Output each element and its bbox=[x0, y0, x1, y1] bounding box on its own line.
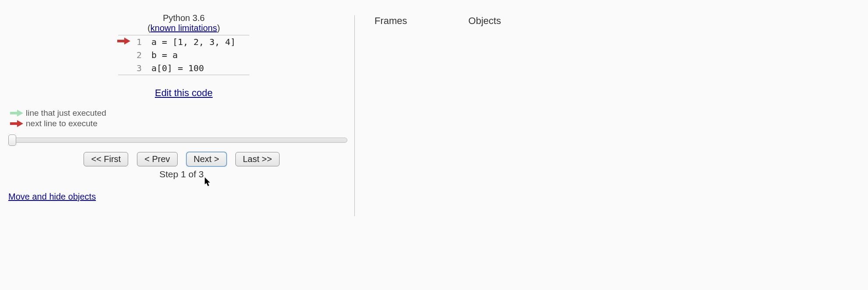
known-limitations-link[interactable]: known limitations bbox=[150, 23, 217, 33]
code-row: 1 a = [1, 2, 3, 4] bbox=[118, 35, 249, 49]
code-gutter: 2 bbox=[118, 48, 144, 62]
next-button[interactable]: Next > bbox=[186, 152, 227, 166]
prev-button[interactable]: < Prev bbox=[137, 152, 177, 166]
language-header: Python 3.6 (known limitations) bbox=[118, 13, 249, 33]
next-line-arrow-icon bbox=[10, 120, 23, 127]
code-gutter: 3 bbox=[118, 62, 144, 75]
line-number: 3 bbox=[136, 63, 142, 73]
code-text: b = a bbox=[144, 48, 249, 62]
first-button[interactable]: << First bbox=[84, 152, 128, 166]
language-name: Python 3.6 bbox=[163, 13, 205, 23]
legend-next-label: next line to execute bbox=[26, 119, 98, 128]
code-text: a = [1, 2, 3, 4] bbox=[144, 35, 249, 49]
code-row: 3 a[0] = 100 bbox=[118, 62, 249, 75]
last-button[interactable]: Last >> bbox=[235, 152, 280, 166]
limitations-prefix: ( bbox=[147, 23, 150, 33]
just-executed-arrow-icon bbox=[10, 110, 23, 117]
step-slider[interactable] bbox=[8, 135, 350, 146]
edit-code-link[interactable]: Edit this code bbox=[155, 87, 213, 98]
slider-track bbox=[9, 138, 347, 143]
limitations-suffix: ) bbox=[217, 23, 220, 33]
code-row: 2 b = a bbox=[118, 48, 249, 62]
code-gutter: 1 bbox=[118, 35, 144, 49]
line-number: 2 bbox=[136, 50, 142, 60]
legend-just-label: line that just executed bbox=[26, 108, 106, 118]
legend: line that just executed next line to exe… bbox=[10, 108, 350, 128]
code-text: a[0] = 100 bbox=[144, 62, 249, 75]
slider-handle[interactable] bbox=[8, 135, 16, 146]
frames-heading: Frames bbox=[374, 15, 407, 27]
visualization-headers: Frames Objects bbox=[364, 15, 859, 27]
next-line-arrow-icon bbox=[117, 38, 130, 45]
step-indicator: Step 1 of 3 bbox=[7, 169, 357, 180]
step-controls: << First < Prev Next > Last >> bbox=[7, 152, 357, 166]
line-number: 1 bbox=[136, 37, 142, 47]
code-listing: 1 a = [1, 2, 3, 4] 2 b = a 3 a[0] = 100 bbox=[118, 35, 249, 75]
objects-heading: Objects bbox=[469, 15, 501, 27]
move-hide-objects-link[interactable]: Move and hide objects bbox=[8, 192, 96, 201]
